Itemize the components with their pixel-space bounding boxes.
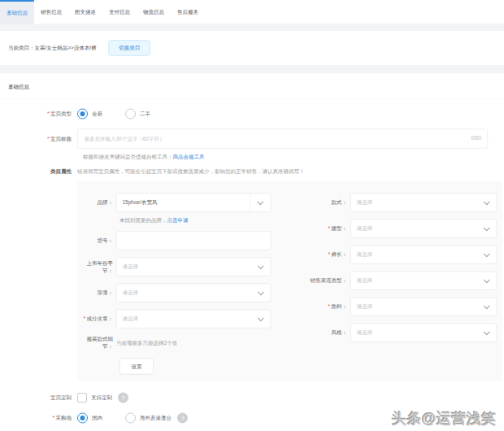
- select-placeholder: 请选择: [117, 316, 259, 323]
- style-label: 款式：: [274, 199, 350, 207]
- brand-select-value: 15phoe/衣宽风: [117, 199, 250, 207]
- form-row-pants-length: *裤长： 请选择: [274, 246, 497, 264]
- chevron-down-icon: [258, 263, 264, 269]
- radio-label-overseas: 海外及港澳台: [140, 415, 172, 422]
- thickness-label: 厚薄：: [77, 290, 116, 297]
- fabric-label: *面料：: [274, 303, 350, 311]
- item-title-input-wrap: 0/60: [77, 129, 488, 149]
- radio-option-domestic[interactable]: 国内: [77, 413, 102, 424]
- tab-payment-info[interactable]: 支付信息: [102, 0, 137, 24]
- apply-brand-link[interactable]: 点击申请: [167, 217, 189, 224]
- divider-band: [0, 24, 504, 31]
- form-row-sales-channel: 销售渠道类型： 请选择: [274, 272, 497, 290]
- radio-label-used: 二手: [140, 111, 150, 118]
- market-season-select[interactable]: 请选择: [116, 258, 271, 276]
- required-mark: *: [47, 111, 50, 117]
- chevron-down-icon: [484, 224, 490, 231]
- required-mark: *: [83, 316, 85, 322]
- form-row-composition: *成分含量： 请选择: [77, 310, 274, 329]
- form-row-item-type: *宝贝类型 全新 二手: [0, 109, 504, 120]
- current-category-text: 当前类目：女装/女士精品>>连体衣/裤: [8, 45, 97, 52]
- compliance-tool-link[interactable]: 商品合规工具: [173, 154, 205, 160]
- article-number-input[interactable]: [116, 232, 271, 250]
- tab-basic-info[interactable]: 基础信息: [0, 0, 34, 24]
- required-mark: *: [52, 415, 54, 421]
- radio-option-new[interactable]: 全新: [77, 109, 102, 120]
- form-row-style: 款式： 请选择: [274, 194, 497, 212]
- select-placeholder: 请选择: [351, 251, 485, 259]
- field-label-text: 宝贝类型: [50, 111, 72, 117]
- item-type-label: *宝贝类型: [0, 111, 77, 118]
- radio-icon-checked[interactable]: [77, 413, 88, 424]
- market-season-label: 上市年份季节：: [77, 259, 116, 274]
- form-row-waist-type: *腰型： 请选择: [274, 220, 497, 238]
- item-title-input[interactable]: [77, 129, 488, 149]
- radio-icon-checked[interactable]: [77, 109, 88, 120]
- form-row-fabric: *面料： 请选择: [274, 298, 497, 316]
- settings-button[interactable]: 设置: [119, 359, 154, 375]
- tab-sales-info[interactable]: 销售信息: [34, 0, 68, 24]
- tab-description[interactable]: 图文描述: [68, 0, 102, 24]
- select-placeholder: 请选择: [351, 199, 485, 207]
- chevron-down-icon: [484, 250, 490, 257]
- tab-bar: 基础信息 销售信息 图文描述 支付信息 物流信息 售后服务: [0, 0, 504, 24]
- brand-helper-text: 未找到需要的品牌，: [119, 217, 167, 224]
- brand-label: 品牌：: [77, 199, 116, 207]
- help-icon[interactable]: ?: [118, 393, 128, 403]
- tab-logistics-info[interactable]: 物流信息: [137, 0, 171, 24]
- pants-length-label: *裤长：: [274, 251, 350, 259]
- chevron-down-icon: [484, 276, 490, 283]
- support-custom-checkbox[interactable]: [77, 393, 87, 403]
- form-row-brand: 品牌： 15phoe/衣宽风: [77, 194, 274, 212]
- thickness-select[interactable]: 请选择: [116, 284, 271, 303]
- current-category-bar: 当前类目：女装/女士精品>>连体衣/裤 切换类目: [0, 31, 504, 65]
- radio-label-new: 全新: [92, 111, 102, 118]
- attributes-left-column: 品牌： 15phoe/衣宽风 未找到需要的品牌，点击申请 货号： 上市年份季节：: [77, 194, 274, 375]
- char-counter: 0/60: [471, 135, 481, 141]
- help-icon[interactable]: ?: [177, 413, 188, 424]
- chevron-down-icon: [258, 289, 264, 295]
- radio-option-used[interactable]: 二手: [125, 109, 150, 120]
- brand-select[interactable]: 15phoe/衣宽风: [116, 194, 271, 212]
- radio-icon-unchecked[interactable]: [125, 413, 136, 424]
- customization-label: 宝贝定制: [0, 394, 77, 402]
- required-mark: *: [328, 251, 330, 258]
- basic-info-section: 基础信息 *宝贝类型 全新 二手 *宝贝标题 0/60 标题和描述关键词是否违规…: [0, 73, 504, 424]
- divider-band: [0, 65, 504, 73]
- title-helper-line: 标题和描述关键词是否违规自检工具：商品合规工具: [83, 154, 504, 161]
- watermark: 头条@运营浅笑: [392, 409, 497, 429]
- select-placeholder: 请选择: [117, 263, 259, 271]
- purchase-place-label: *采购地: [0, 415, 77, 422]
- required-mark: *: [328, 225, 330, 232]
- form-row-item-title: *宝贝标题 0/60: [0, 129, 504, 149]
- style-select[interactable]: 请选择: [350, 194, 497, 212]
- chevron-down-icon: [258, 315, 264, 321]
- select-placeholder: 请选择: [117, 290, 259, 297]
- page: 基础信息 销售信息 图文描述 支付信息 物流信息 售后服务 当前类目：女装/女士…: [0, 0, 504, 431]
- fashion-style-select[interactable]: 请选择: [350, 324, 497, 342]
- radio-label-domestic: 国内: [92, 415, 102, 422]
- chevron-down-icon: [484, 198, 490, 205]
- select-placeholder: 请选择: [351, 329, 485, 337]
- form-row-article-number: 货号：: [77, 232, 274, 250]
- waist-type-select[interactable]: 请选择: [350, 220, 497, 238]
- select-placeholder: 请选择: [351, 303, 485, 311]
- field-label-text: 采购地: [56, 415, 72, 421]
- tab-after-sales[interactable]: 售后服务: [171, 0, 205, 24]
- sales-channel-select[interactable]: 请选择: [350, 272, 497, 290]
- radio-icon-unchecked[interactable]: [125, 109, 136, 120]
- select-arrow-box[interactable]: [250, 194, 271, 211]
- radio-option-overseas[interactable]: 海外及港澳台: [125, 413, 172, 424]
- field-label-text: 宝贝标题: [50, 136, 72, 142]
- section-title: 基础信息: [0, 73, 504, 99]
- form-row-thickness: 厚薄： 请选择: [77, 284, 274, 303]
- switch-category-button[interactable]: 切换类目: [109, 41, 150, 56]
- style-details-note: 当前项最多只能选择2个值: [116, 339, 177, 346]
- form-row-fashion-style: 风格： 请选择: [274, 324, 497, 342]
- pants-length-select[interactable]: 请选择: [350, 246, 497, 264]
- composition-select[interactable]: 请选择: [116, 310, 271, 329]
- style-details-label: 服装款式细节：: [77, 336, 116, 350]
- sales-channel-label: 销售渠道类型：: [274, 277, 350, 285]
- form-row-style-details: 服装款式细节： 当前项最多只能选择2个值: [77, 336, 274, 350]
- fabric-select[interactable]: 请选择: [350, 298, 497, 316]
